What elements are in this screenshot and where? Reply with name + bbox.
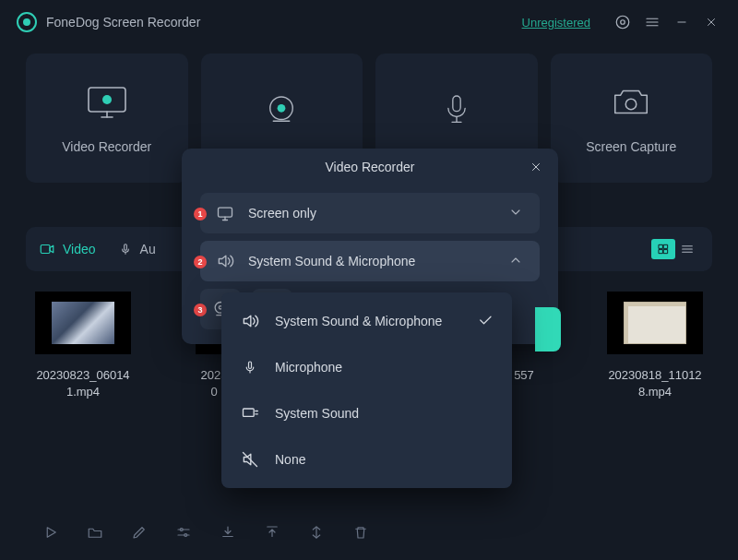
mode-label: Screen Capture bbox=[586, 139, 676, 154]
recording-thumbnail bbox=[607, 292, 703, 354]
titlebar: FoneDog Screen Recorder Unregistered bbox=[0, 0, 738, 44]
recording-filename: 20230818_110128.mp4 bbox=[605, 367, 705, 400]
bottom-toolbar bbox=[0, 505, 738, 560]
recording-item[interactable]: 20230818_110128.mp4 bbox=[605, 292, 705, 400]
folder-button[interactable] bbox=[85, 522, 105, 542]
speaker-icon bbox=[215, 251, 235, 271]
svg-rect-24 bbox=[664, 250, 668, 254]
speaker-icon bbox=[240, 311, 260, 331]
step-badge: 2 bbox=[194, 256, 207, 268]
svg-marker-28 bbox=[47, 528, 55, 538]
microphone-icon bbox=[240, 357, 260, 377]
mode-label: Video Recorder bbox=[62, 139, 151, 154]
check-icon bbox=[477, 312, 494, 331]
mode-video-recorder[interactable]: Video Recorder bbox=[26, 54, 188, 183]
step-badge: 1 bbox=[194, 208, 207, 220]
recording-thumbnail bbox=[35, 292, 131, 354]
edit-button[interactable] bbox=[129, 522, 149, 542]
app-branding: FoneDog Screen Recorder bbox=[17, 12, 200, 32]
svg-point-17 bbox=[626, 99, 637, 110]
view-grid-button[interactable] bbox=[651, 239, 675, 259]
view-list-button[interactable] bbox=[675, 239, 699, 259]
chevron-up-icon bbox=[508, 253, 525, 269]
svg-point-1 bbox=[616, 16, 629, 29]
svg-point-13 bbox=[278, 104, 286, 113]
svg-rect-36 bbox=[219, 208, 232, 217]
tab-video[interactable]: Video bbox=[39, 241, 96, 257]
upload-button[interactable] bbox=[262, 522, 282, 542]
svg-point-9 bbox=[102, 95, 112, 104]
dropdown-label: None bbox=[275, 452, 305, 467]
dropdown-item-system-sound[interactable]: System Sound bbox=[221, 390, 512, 436]
delete-button[interactable] bbox=[351, 522, 371, 542]
view-toggle bbox=[651, 239, 699, 259]
svg-rect-19 bbox=[124, 244, 126, 251]
close-window-button[interactable] bbox=[701, 12, 721, 32]
dropdown-item-microphone[interactable]: Microphone bbox=[221, 344, 512, 390]
settings-button[interactable] bbox=[613, 12, 633, 32]
step-badge: 3 bbox=[194, 304, 207, 316]
system-sound-icon bbox=[240, 403, 260, 423]
unregistered-link[interactable]: Unregistered bbox=[522, 16, 590, 30]
app-title: FoneDog Screen Recorder bbox=[46, 15, 200, 30]
dropdown-item-system-and-mic[interactable]: System Sound & Microphone bbox=[221, 298, 512, 344]
dropdown-label: System Sound bbox=[275, 406, 359, 421]
chevron-down-icon bbox=[508, 205, 525, 221]
option-screen-source[interactable]: 1 Screen only bbox=[200, 193, 540, 233]
menu-button[interactable] bbox=[642, 12, 662, 32]
dropdown-item-none[interactable]: None bbox=[221, 436, 512, 483]
svg-rect-14 bbox=[453, 96, 460, 112]
option-label: Screen only bbox=[248, 206, 495, 220]
app-logo-icon bbox=[17, 12, 37, 32]
camera-icon bbox=[605, 82, 657, 123]
record-button-fragment[interactable] bbox=[535, 307, 561, 351]
tab-video-label: Video bbox=[63, 242, 96, 256]
adjust-button[interactable] bbox=[173, 522, 194, 542]
audio-source-dropdown: System Sound & Microphone Microphone Sys… bbox=[221, 292, 512, 488]
download-button[interactable] bbox=[218, 522, 238, 542]
svg-rect-46 bbox=[244, 409, 255, 416]
monitor-icon bbox=[215, 203, 235, 223]
microphone-icon bbox=[431, 89, 482, 130]
svg-rect-18 bbox=[41, 245, 50, 254]
modal-title: Video Recorder bbox=[325, 160, 414, 174]
tab-audio[interactable]: Au bbox=[118, 242, 156, 256]
svg-rect-21 bbox=[659, 244, 662, 248]
mode-screen-capture[interactable]: Screen Capture bbox=[551, 54, 713, 183]
mute-icon bbox=[240, 449, 260, 470]
dropdown-label: Microphone bbox=[275, 360, 342, 375]
minimize-button[interactable] bbox=[672, 12, 692, 32]
modal-close-button[interactable] bbox=[527, 158, 545, 176]
recording-filename: 557 bbox=[514, 367, 534, 384]
webcam-icon bbox=[256, 89, 307, 130]
svg-rect-23 bbox=[659, 250, 662, 254]
svg-marker-43 bbox=[244, 316, 251, 327]
svg-point-0 bbox=[621, 20, 625, 25]
recording-filename: 20230823_060141.mp4 bbox=[33, 367, 133, 400]
compress-button[interactable] bbox=[306, 522, 327, 542]
svg-rect-44 bbox=[249, 362, 252, 369]
svg-marker-39 bbox=[219, 256, 226, 267]
svg-rect-22 bbox=[664, 244, 668, 248]
modal-header: Video Recorder bbox=[182, 149, 558, 185]
dropdown-label: System Sound & Microphone bbox=[275, 314, 442, 328]
play-button[interactable] bbox=[41, 522, 61, 542]
recording-item[interactable]: 20230823_060141.mp4 bbox=[33, 292, 133, 400]
option-audio-source[interactable]: 2 System Sound & Microphone bbox=[200, 241, 540, 281]
option-label: System Sound & Microphone bbox=[248, 254, 495, 268]
monitor-icon bbox=[81, 82, 133, 123]
tab-audio-label: Au bbox=[140, 242, 156, 256]
